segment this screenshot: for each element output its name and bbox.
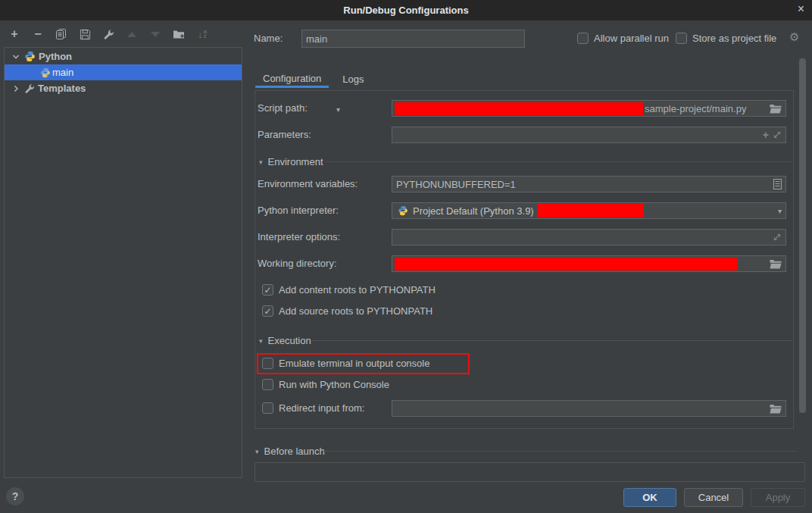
environment-variables-label: Environment variables: bbox=[258, 178, 358, 189]
store-as-project-file-checkbox[interactable] bbox=[676, 33, 687, 44]
configurations-tree: Python main Templates bbox=[4, 47, 242, 478]
tab-logs[interactable]: Logs bbox=[335, 70, 371, 88]
interpreter-options-input[interactable] bbox=[392, 229, 786, 246]
before-launch-section-header[interactable]: ▾ Before launch bbox=[255, 446, 325, 457]
redirect-input-path-input[interactable] bbox=[392, 400, 786, 417]
apply-button[interactable]: Apply bbox=[751, 488, 805, 507]
run-debug-configurations-dialog: Run/Debug Configurations × + − bbox=[0, 0, 812, 513]
tab-configuration[interactable]: Configuration bbox=[255, 70, 329, 88]
add-content-roots-option: ✓ Add content roots to PYTHONPATH bbox=[262, 284, 436, 296]
run-python-console-checkbox[interactable] bbox=[262, 379, 273, 390]
working-directory-label: Working directory: bbox=[258, 258, 337, 269]
chevron-right-icon[interactable] bbox=[12, 85, 20, 92]
name-value: main bbox=[306, 33, 327, 45]
working-directory-input[interactable] bbox=[392, 255, 786, 272]
emulate-terminal-label: Emulate terminal in output console bbox=[279, 358, 429, 369]
dialog-title: Run/Debug Configurations bbox=[343, 5, 468, 16]
sort-icon: ↓ a z bbox=[198, 29, 207, 40]
environment-section-label: Environment bbox=[268, 156, 323, 167]
add-macro-icon[interactable]: + bbox=[763, 129, 769, 141]
edit-templates-button[interactable] bbox=[102, 27, 115, 41]
wrench-icon bbox=[103, 29, 114, 40]
copy-icon bbox=[55, 28, 67, 40]
name-input[interactable]: main bbox=[301, 30, 525, 48]
tab-bar: Configuration Logs bbox=[255, 70, 372, 88]
configurations-toolbar: + − bbox=[8, 27, 209, 42]
before-launch-task-list[interactable] bbox=[255, 462, 805, 482]
run-python-console-label: Run with Python Console bbox=[279, 379, 389, 390]
folder-icon[interactable] bbox=[770, 104, 782, 114]
dropdown-arrow-icon[interactable]: ▾ bbox=[778, 207, 782, 215]
python-interpreter-select[interactable]: Project Default (Python 3.9) ▾ bbox=[392, 202, 786, 219]
execution-section-label: Execution bbox=[268, 335, 311, 346]
tree-item-label: Templates bbox=[38, 83, 86, 94]
folder-icon[interactable] bbox=[770, 259, 782, 269]
add-content-roots-label: Add content roots to PYTHONPATH bbox=[279, 284, 436, 296]
tree-item-label: Python bbox=[39, 51, 72, 62]
chevron-down-icon[interactable] bbox=[12, 53, 20, 61]
expand-field-icon[interactable] bbox=[773, 130, 782, 139]
edit-list-icon[interactable] bbox=[773, 179, 782, 189]
move-up-button[interactable] bbox=[125, 27, 139, 41]
collapse-icon: ▾ bbox=[255, 448, 259, 455]
collapse-icon: ▾ bbox=[259, 158, 263, 166]
interpreter-options-label: Interpreter options: bbox=[258, 231, 340, 242]
allow-parallel-run-option: Allow parallel run bbox=[577, 33, 669, 44]
tree-item-templates[interactable]: Templates bbox=[5, 80, 242, 96]
script-path-label: Script path: bbox=[258, 102, 308, 114]
remove-configuration-button[interactable]: − bbox=[31, 27, 45, 41]
environment-variables-input[interactable]: PYTHONUNBUFFERED=1 bbox=[392, 176, 786, 192]
python-icon bbox=[24, 51, 36, 62]
arrow-down-icon bbox=[151, 32, 160, 37]
plus-icon: + bbox=[11, 28, 17, 40]
emulate-terminal-option: Emulate terminal in output console bbox=[262, 358, 429, 369]
add-source-roots-checkbox[interactable]: ✓ bbox=[262, 305, 273, 317]
before-launch-section-label: Before launch bbox=[264, 446, 325, 457]
folder-icon[interactable] bbox=[770, 404, 782, 414]
arrow-up-icon bbox=[127, 32, 136, 37]
allow-parallel-run-label: Allow parallel run bbox=[594, 33, 669, 44]
section-divider bbox=[312, 340, 792, 341]
titlebar: Run/Debug Configurations × bbox=[0, 0, 812, 20]
vertical-scrollbar[interactable] bbox=[799, 58, 806, 413]
new-folder-button[interactable] bbox=[172, 27, 186, 41]
add-source-roots-option: ✓ Add source roots to PYTHONPATH bbox=[262, 305, 433, 317]
save-configuration-button[interactable] bbox=[78, 27, 92, 41]
run-python-console-option: Run with Python Console bbox=[262, 379, 389, 390]
ok-button[interactable]: OK bbox=[623, 488, 676, 507]
script-path-dropdown-icon[interactable]: ▾ bbox=[336, 105, 340, 114]
add-content-roots-checkbox[interactable]: ✓ bbox=[262, 284, 273, 296]
check-icon: ✓ bbox=[264, 286, 271, 295]
section-divider bbox=[321, 451, 797, 452]
environment-variables-value: PYTHONUNBUFFERED=1 bbox=[396, 179, 516, 190]
save-icon bbox=[80, 29, 91, 40]
close-icon[interactable]: × bbox=[798, 2, 804, 16]
move-down-button[interactable] bbox=[148, 27, 162, 41]
environment-section-header[interactable]: ▾ Environment bbox=[259, 156, 323, 167]
redirect-input-option: Redirect input from: bbox=[262, 402, 364, 414]
python-interpreter-value: Project Default (Python 3.9) bbox=[413, 205, 534, 217]
copy-configuration-button[interactable] bbox=[55, 27, 68, 41]
expand-field-icon[interactable] bbox=[773, 233, 782, 242]
tree-item-label: main bbox=[52, 67, 73, 78]
parameters-input[interactable]: + bbox=[392, 127, 786, 143]
help-button[interactable]: ? bbox=[6, 487, 24, 505]
script-path-input[interactable]: sample-project/main.py bbox=[392, 100, 786, 117]
add-configuration-button[interactable]: + bbox=[8, 27, 21, 41]
new-folder-icon bbox=[173, 29, 185, 39]
execution-section-header[interactable]: ▾ Execution bbox=[259, 335, 311, 346]
collapse-icon: ▾ bbox=[259, 337, 263, 345]
cancel-button[interactable]: Cancel bbox=[684, 488, 743, 507]
redirect-input-checkbox[interactable] bbox=[262, 402, 273, 414]
gear-icon[interactable]: ⚙ bbox=[789, 30, 799, 44]
tree-item-main[interactable]: main bbox=[5, 64, 242, 80]
redaction-box bbox=[395, 258, 738, 271]
python-icon bbox=[40, 67, 51, 78]
tree-item-python[interactable]: Python bbox=[5, 48, 242, 64]
python-icon bbox=[398, 205, 408, 216]
redaction-box bbox=[537, 204, 644, 217]
emulate-terminal-checkbox[interactable] bbox=[262, 358, 273, 369]
allow-parallel-run-checkbox[interactable] bbox=[577, 33, 589, 44]
redaction-box bbox=[395, 102, 643, 115]
sort-configurations-button[interactable]: ↓ a z bbox=[195, 27, 209, 41]
